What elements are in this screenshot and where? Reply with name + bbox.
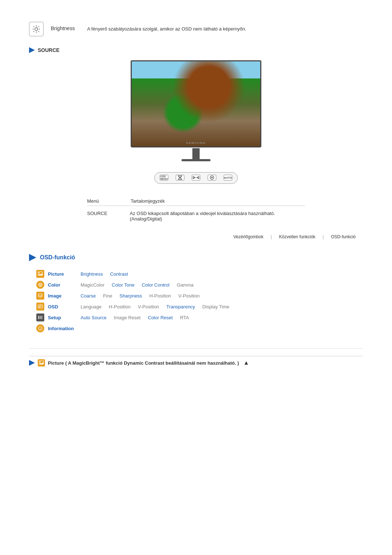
osd-row-setup: Setup Auto Source Image Reset Color Rese… (36, 312, 363, 323)
menu-button[interactable]: OSDMENU (160, 175, 168, 181)
enter-button[interactable] (208, 175, 216, 181)
brightness-label: Brightness (51, 22, 80, 31)
brightness-description: A fényerő szabályozására szolgál, amikor… (87, 22, 246, 33)
osd-items: Language H-Position V-Position Transpare… (81, 304, 229, 309)
monitor-frame: SAMSUNG (131, 60, 261, 147)
enter-icon (208, 175, 216, 181)
osd-icon-item (36, 303, 44, 311)
osd-item-colorreset[interactable]: Color Reset (148, 315, 173, 320)
menu-table-header: Menü Tartalomjegyzék (87, 198, 305, 206)
svg-marker-31 (197, 177, 199, 179)
svg-point-35 (39, 272, 40, 274)
osd-item-h-position-osd[interactable]: H-Position (109, 304, 131, 309)
osd-menu-name[interactable]: OSD (48, 304, 81, 309)
information-menu-name[interactable]: Information (48, 326, 81, 331)
menu-source-desc: Az OSD kikapcsolt állapotában a videojel… (130, 211, 305, 222)
svg-marker-58 (39, 362, 44, 364)
svg-point-25 (232, 110, 245, 123)
information-icon: i (36, 324, 44, 332)
setup-menu-name[interactable]: Setup (48, 315, 81, 320)
osd-item-autosource[interactable]: Auto Source (81, 315, 107, 320)
color-menu-name[interactable]: Color (48, 282, 81, 288)
svg-rect-13 (175, 73, 179, 120)
nav-sep2: | (323, 234, 324, 239)
svg-point-26 (235, 113, 239, 117)
osd-item-rta[interactable]: RTA (180, 315, 189, 320)
osd-item-magiccolor[interactable]: MagicColor (81, 282, 105, 288)
svg-point-57 (40, 361, 41, 362)
svg-point-12 (145, 66, 166, 95)
source-header: SOURCE (29, 47, 363, 53)
osd-item-language[interactable]: Language (81, 304, 102, 309)
bottom-note-icon (38, 359, 45, 366)
auto-icon: AUTO (224, 175, 232, 181)
svg-rect-11 (153, 77, 159, 120)
osd-item-fine[interactable]: Fine (103, 293, 112, 299)
picture-items: Brightness Contrast (81, 271, 128, 277)
nav-links: Vezérlőgombok | Közvetlen funkciók | OSD… (29, 234, 363, 239)
source-title: SOURCE (38, 47, 60, 53)
svg-marker-19 (178, 92, 196, 97)
menu-table: Menü Tartalomjegyzék SOURCE Az OSD kikap… (87, 198, 305, 223)
svg-rect-48 (38, 316, 39, 317)
menu-source-label: SOURCE (87, 211, 130, 222)
image-items: Coarse Fine Sharpness H-Position V-Posit… (81, 293, 200, 299)
color-icon (36, 281, 44, 289)
source-icon (29, 47, 35, 53)
osd-item-brightness[interactable]: Brightness (81, 271, 103, 277)
setup-icon (36, 313, 44, 321)
svg-rect-9 (132, 63, 260, 145)
osd-section-title: OSD-funkció (40, 254, 75, 261)
setup-items: Auto Source Image Reset Color Reset RTA (81, 315, 189, 320)
bottom-note-triangle: ▲ (243, 360, 249, 366)
osd-item-colorcontrol[interactable]: Color Control (142, 282, 170, 288)
osd-item-v-position-img[interactable]: V-Position (178, 293, 200, 299)
nav-link-controls[interactable]: Vezérlőgombok (233, 234, 264, 239)
menu-col2-header: Tartalomjegyzék (131, 198, 165, 204)
nav-link-direct[interactable]: Közvetlen funkciók (279, 234, 315, 239)
svg-point-38 (39, 284, 40, 285)
osd-item-gamma[interactable]: Gamma (177, 282, 193, 288)
osd-item-transparency[interactable]: Transparency (166, 304, 195, 309)
svg-point-10 (132, 98, 260, 146)
picture-menu-name[interactable]: Picture (48, 271, 81, 277)
monitor-stand-top (192, 148, 200, 159)
osd-item-colortone[interactable]: Color Tone (112, 282, 135, 288)
svg-point-39 (41, 284, 42, 285)
picture-icon (36, 270, 44, 278)
nav-link-osd[interactable]: OSD-funkció (331, 234, 356, 239)
osd-item-sharpness[interactable]: Sharpness (119, 293, 142, 299)
svg-point-21 (146, 120, 175, 134)
osd-item-displaytime[interactable]: Display Time (202, 304, 229, 309)
menu-button-icon: OSDMENU (160, 175, 168, 181)
osd-table: Picture Brightness Contrast Color MagicC… (36, 268, 363, 334)
svg-marker-20 (180, 88, 194, 92)
osd-item-v-position-osd[interactable]: V-Position (138, 304, 159, 309)
left-right-button[interactable] (192, 175, 200, 181)
nav-sep1: | (271, 234, 272, 239)
osd-item-coarse[interactable]: Coarse (81, 293, 96, 299)
color-items: MagicColor Color Tone Color Control Gamm… (81, 282, 193, 288)
brightness-icon (29, 22, 44, 36)
image-menu-name[interactable]: Image (48, 293, 81, 299)
osd-item-h-position-img[interactable]: H-Position (149, 293, 171, 299)
svg-marker-18 (176, 97, 198, 102)
menu-col1-header: Menü (87, 198, 131, 204)
svg-rect-50 (38, 318, 39, 319)
svg-point-14 (168, 64, 185, 89)
auto-button[interactable]: AUTO (224, 175, 232, 181)
monitor-stand-base (181, 159, 211, 161)
osd-section-header: OSD-funkció (29, 254, 363, 261)
osd-item-imagereset[interactable]: Image Reset (114, 315, 141, 320)
menu-row-source: SOURCE Az OSD kikapcsolt állapotában a v… (87, 209, 305, 223)
bottom-note-text: Picture ( A MagicBright™ funkció Dynamic… (48, 360, 239, 366)
svg-point-16 (196, 70, 216, 97)
svg-text:i: i (40, 327, 41, 330)
monitor-brand: SAMSUNG (186, 141, 206, 145)
section-divider (29, 348, 363, 349)
osd-row-information: i Information (36, 323, 363, 334)
svg-line-7 (33, 31, 34, 32)
osd-item-contrast[interactable]: Contrast (110, 271, 128, 277)
up-down-button[interactable] (176, 175, 184, 181)
bottom-note: Picture ( A MagicBright™ funkció Dynamic… (29, 356, 363, 369)
